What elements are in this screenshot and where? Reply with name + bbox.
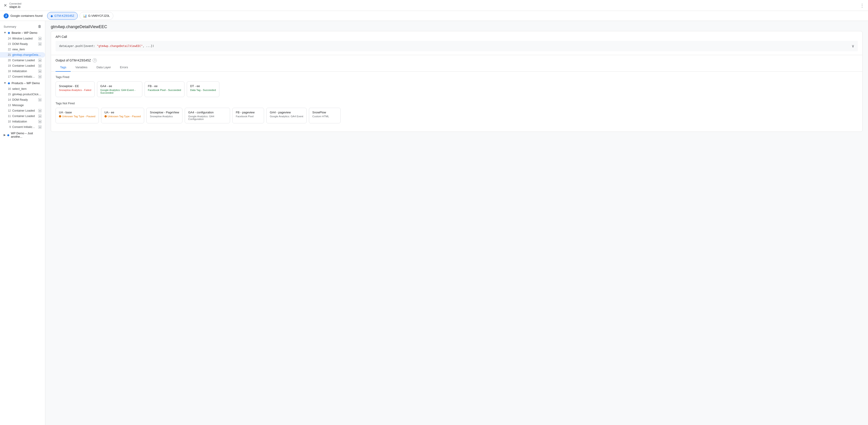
help-icon[interactable]: ? xyxy=(93,58,97,62)
tag-card-not-fired[interactable]: SnowPlowCustom HTML xyxy=(309,108,341,123)
chevron-down-icon-2: ▼ xyxy=(4,81,6,85)
tag-card-not-fired[interactable]: GA4 - pageviewGoogle Analytics: GA4 Even… xyxy=(266,108,307,123)
paused-dot-icon xyxy=(59,115,61,117)
sidebar: Summary 🗑 ▼ ◆ Beanie – WP Demo 24 Window… xyxy=(0,21,45,425)
tag-card-fired[interactable]: Snowplow - EESnowplow Analytics - Failed xyxy=(56,81,95,97)
tag-card-name: UA - base xyxy=(59,111,95,114)
sidebar-item-15[interactable]: 15 gtm4wp.productClickEEC xyxy=(0,92,45,97)
api-call-title: API Call xyxy=(56,35,858,38)
container-tab-ga[interactable]: 📊 G-VM9YCFJZ0L xyxy=(80,12,113,20)
api-call-section: API Call dataLayer.push({event: "gtm4wp.… xyxy=(51,31,862,55)
tag-card-not-fired[interactable]: UA - baseUnknown Tag Type - Paused xyxy=(56,108,99,123)
gtm-diamond-icon: ◆ xyxy=(51,14,53,18)
sidebar-item-21[interactable]: 21 gtm4wp.changeDetailVi... xyxy=(0,52,45,58)
sidebar-item-16[interactable]: 16 select_item xyxy=(0,86,45,92)
tag-card-not-fired[interactable]: FB - pageviewFacebook Pixel xyxy=(232,108,264,123)
tab-variables[interactable]: Variables xyxy=(71,63,92,72)
top-bar: ✕ Connected stape.io ⋮ xyxy=(0,0,868,11)
sidebar-group-products: ▼ ◆ Products – WP Demo 16 select_item 15… xyxy=(0,80,45,130)
container-tab-ga-label: G-VM9YCFJZ0L xyxy=(88,14,110,18)
tag-icon-23: ▣ xyxy=(38,42,41,46)
sidebar-delete-icon[interactable]: 🗑 xyxy=(38,25,41,29)
tag-card-name: GA4 - configuration xyxy=(188,111,227,114)
connected-info: Connected stape.io xyxy=(9,2,21,9)
output-section: Output of GTM-KZ6S45Z ? Tags Variables D… xyxy=(51,55,862,132)
sidebar-item-18[interactable]: 18 Initialization ▣ xyxy=(0,68,45,74)
sidebar-item-17[interactable]: 17 Consent Initialization ▣ xyxy=(0,74,45,79)
code-content: dataLayer.push({event: "gtm4wp.changeDet… xyxy=(59,45,154,48)
tab-errors[interactable]: Errors xyxy=(115,63,132,72)
tags-section: Tags Fired Snowplow - EESnowplow Analyti… xyxy=(51,72,862,132)
main-layout: Summary 🗑 ▼ ◆ Beanie – WP Demo 24 Window… xyxy=(0,21,868,425)
connected-domain: stape.io xyxy=(9,5,21,9)
tag-icon-9: ▣ xyxy=(38,125,41,129)
tab-tags[interactable]: Tags xyxy=(56,63,71,72)
code-block: dataLayer.push({event: "gtm4wp.changeDet… xyxy=(56,41,858,51)
tags-not-fired-grid: UA - baseUnknown Tag Type - PausedUA - e… xyxy=(56,108,858,123)
sidebar-group-header-wpdemo[interactable]: ▶ ◆ WP Demo – Just anothe... xyxy=(0,130,45,140)
close-icon[interactable]: ✕ xyxy=(4,3,7,8)
diamond-icon: ◆ xyxy=(8,31,10,34)
tag-card-name: SnowPlow xyxy=(312,111,337,114)
sidebar-item-22[interactable]: 22 view_item xyxy=(0,47,45,52)
sidebar-item-12[interactable]: 12 Container Loaded ▣ xyxy=(0,108,45,113)
sidebar-group-header-products[interactable]: ▼ ◆ Products – WP Demo xyxy=(0,80,45,86)
diamond-icon-2: ◆ xyxy=(8,81,10,85)
tag-icon-10: ▣ xyxy=(38,120,41,123)
tabs-row: Tags Variables Data Layer Errors xyxy=(51,63,862,72)
tag-card-name: UA - ee xyxy=(104,111,141,114)
sidebar-group-wpdemo: ▶ ◆ WP Demo – Just anothe... xyxy=(0,130,45,140)
sidebar-item-24[interactable]: 24 Window Loaded ▣ xyxy=(0,36,45,41)
tags-fired-label: Tags Fired xyxy=(56,75,858,79)
sidebar-group-beanie-label: Beanie – WP Demo xyxy=(11,31,37,34)
bar-chart-icon: 📊 xyxy=(83,14,87,18)
tag-card-status: Unknown Tag Type - Paused xyxy=(104,115,141,118)
tags-not-fired-label: Tags Not Fired xyxy=(56,102,858,105)
output-header: Output of GTM-KZ6S45Z ? xyxy=(51,55,862,62)
main-card: API Call dataLayer.push({event: "gtm4wp.… xyxy=(51,31,863,132)
tag-icon-11: ▣ xyxy=(38,115,41,118)
tag-card-status: Custom HTML xyxy=(312,115,337,118)
sidebar-item-19[interactable]: 19 Container Loaded ▣ xyxy=(0,63,45,68)
diamond-icon-3: ◆ xyxy=(7,133,9,137)
tag-card-not-fired[interactable]: Snowplow - PageViewSnowplow Analytics xyxy=(146,108,182,123)
code-text: dataLayer.push({event: xyxy=(59,45,97,48)
tag-card-fired[interactable]: GA4 - eeGoogle Analytics: GA4 Event - Su… xyxy=(97,81,142,97)
tag-card-fired[interactable]: FB - eeFacebook Pixel - Succeeded xyxy=(145,81,184,97)
tag-card-status: Data Tag - Succeeded xyxy=(190,89,216,91)
container-tab-gtm[interactable]: ◆ GTM-KZ6S45Z xyxy=(47,12,78,20)
tag-card-status: Snowplow Analytics - Failed xyxy=(59,89,91,91)
tag-card-name: Snowplow - EE xyxy=(59,84,91,88)
sidebar-group-header-beanie[interactable]: ▼ ◆ Beanie – WP Demo xyxy=(0,29,45,36)
tab-datalayer[interactable]: Data Layer xyxy=(92,63,116,72)
tag-card-status: Facebook Pixel - Succeeded xyxy=(148,89,181,91)
sidebar-item-10[interactable]: 10 Initialization ▣ xyxy=(0,119,45,124)
sidebar-header: Summary 🗑 xyxy=(0,23,45,29)
tag-card-status: Facebook Pixel xyxy=(236,115,260,118)
output-title: Output of GTM-KZ6S45Z xyxy=(56,58,91,62)
sidebar-item-13[interactable]: 13 Message xyxy=(0,103,45,108)
tag-icon-18: ▣ xyxy=(38,69,41,73)
container-tab-gtm-label: GTM-KZ6S45Z xyxy=(54,14,74,18)
tag-card-not-fired[interactable]: GA4 - configurationGoogle Analytics: GA4… xyxy=(185,108,230,123)
sidebar-item-23[interactable]: 23 DOM Ready ▣ xyxy=(0,41,45,47)
tag-card-status: Unknown Tag Type - Paused xyxy=(59,115,95,118)
tag-icon-12: ▣ xyxy=(38,109,41,112)
sidebar-item-9[interactable]: 9 Consent Initialization ▣ xyxy=(0,124,45,130)
tag-icon-20: ▣ xyxy=(38,59,41,62)
menu-icon[interactable]: ⋮ xyxy=(860,3,864,8)
tag-card-status: Google Analytics: GA4 Event xyxy=(270,115,303,118)
sidebar-item-11[interactable]: 11 Container Loaded ▣ xyxy=(0,113,45,119)
tag-icon-19: ▣ xyxy=(38,64,41,67)
code-collapse-icon[interactable]: ∨ xyxy=(852,44,854,49)
sidebar-item-14[interactable]: 14 DOM Ready ▣ xyxy=(0,97,45,103)
code-highlight: "gtm4wp.changeDetailViewEEC" xyxy=(97,45,143,48)
tag-card-not-fired[interactable]: UA - eeUnknown Tag Type - Paused xyxy=(101,108,144,123)
tag-card-name: DT - ee xyxy=(190,84,216,88)
sidebar-group-beanie: ▼ ◆ Beanie – WP Demo 24 Window Loaded ▣ … xyxy=(0,29,45,79)
tag-icon-24: ▣ xyxy=(38,37,41,40)
tag-card-fired[interactable]: DT - eeData Tag - Succeeded xyxy=(187,81,219,97)
tag-card-status: Google Analytics: GA4 Configuration xyxy=(188,115,227,120)
connected-label: Connected xyxy=(9,2,21,5)
sidebar-item-20[interactable]: 20 Container Loaded ▣ xyxy=(0,58,45,63)
